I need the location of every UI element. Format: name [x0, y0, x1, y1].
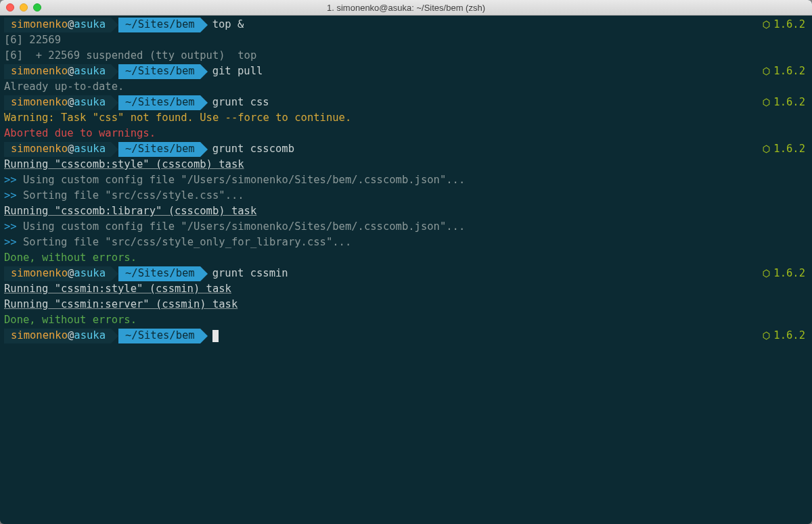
- prompt-line: simonenko@asuka~/Sites/bemtop &1.6.2: [4, 17, 808, 32]
- window-title: 1. simonenko@asuka: ~/Sites/bem (zsh): [0, 3, 812, 13]
- titlebar[interactable]: 1. simonenko@asuka: ~/Sites/bem (zsh): [0, 0, 812, 16]
- hexagon-icon: [762, 98, 771, 107]
- prompt-user-host: simonenko@asuka: [4, 95, 111, 110]
- prompt-user-host: simonenko@asuka: [4, 18, 111, 32]
- done-line: Done, without errors.: [4, 312, 808, 328]
- command-text: top &: [212, 17, 244, 32]
- close-icon[interactable]: [6, 3, 14, 11]
- prompt-path: ~/Sites/bem: [118, 95, 200, 110]
- prompt-line: simonenko@asuka~/Sites/bemgrunt cssmin1.…: [4, 266, 808, 281]
- prompt-version: 1.6.2: [762, 328, 808, 343]
- command-text: grunt cssmin: [212, 266, 288, 281]
- cursor: [212, 330, 219, 342]
- hexagon-icon: [762, 20, 771, 29]
- terminal-window: 1. simonenko@asuka: ~/Sites/bem (zsh) si…: [0, 0, 812, 524]
- minimize-icon[interactable]: [20, 3, 28, 11]
- maximize-icon[interactable]: [33, 3, 41, 11]
- command-text: grunt csscomb: [212, 141, 294, 157]
- prompt-user-host: simonenko@asuka: [4, 142, 111, 157]
- prompt-version: 1.6.2: [762, 64, 808, 79]
- done-line: Done, without errors.: [4, 250, 808, 266]
- prompt-line: simonenko@asuka~/Sites/bem1.6.2: [4, 328, 808, 343]
- prompt-version: 1.6.2: [762, 141, 808, 157]
- task-output: >> Using custom config file "/Users/simo…: [4, 219, 808, 235]
- prompt-user-host: simonenko@asuka: [4, 64, 111, 79]
- task-header: Running "csscomb:style" (csscomb) task: [4, 157, 808, 172]
- output-line: Already up-to-date.: [4, 79, 808, 95]
- task-output: >> Using custom config file "/Users/simo…: [4, 172, 808, 188]
- prompt-path: ~/Sites/bem: [118, 64, 200, 79]
- command-text: git pull: [212, 64, 263, 79]
- hexagon-icon: [762, 331, 771, 340]
- task-output: >> Sorting file "src/css/style_only_for_…: [4, 235, 808, 250]
- prompt-line: simonenko@asuka~/Sites/bemgit pull1.6.2: [4, 64, 808, 79]
- prompt-user-host: simonenko@asuka: [4, 266, 111, 281]
- prompt-user-host: simonenko@asuka: [4, 329, 111, 343]
- prompt-version: 1.6.2: [762, 95, 808, 110]
- output-line: [6] 22569: [4, 32, 808, 48]
- prompt-path: ~/Sites/bem: [118, 266, 200, 281]
- output-line: Warning: Task "css" not found. Use --for…: [4, 110, 808, 126]
- prompt-path: ~/Sites/bem: [118, 329, 200, 343]
- prompt-path: ~/Sites/bem: [118, 18, 200, 32]
- traffic-lights: [0, 3, 41, 11]
- prompt-version: 1.6.2: [762, 17, 808, 32]
- terminal-body[interactable]: simonenko@asuka~/Sites/bemtop &1.6.2[6] …: [0, 16, 812, 524]
- prompt-path: ~/Sites/bem: [118, 142, 200, 157]
- task-header: Running "cssmin:style" (cssmin) task: [4, 281, 808, 297]
- hexagon-icon: [762, 67, 771, 76]
- command-text: grunt css: [212, 95, 269, 110]
- output-line: Aborted due to warnings.: [4, 126, 808, 141]
- prompt-line: simonenko@asuka~/Sites/bemgrunt css1.6.2: [4, 95, 808, 110]
- task-header: Running "csscomb:library" (csscomb) task: [4, 204, 808, 219]
- task-header: Running "cssmin:server" (cssmin) task: [4, 297, 808, 312]
- hexagon-icon: [762, 269, 771, 278]
- prompt-version: 1.6.2: [762, 266, 808, 281]
- task-output: >> Sorting file "src/css/style.css"...: [4, 188, 808, 204]
- output-line: [6] + 22569 suspended (tty output) top: [4, 48, 808, 64]
- prompt-line: simonenko@asuka~/Sites/bemgrunt csscomb1…: [4, 141, 808, 157]
- hexagon-icon: [762, 145, 771, 153]
